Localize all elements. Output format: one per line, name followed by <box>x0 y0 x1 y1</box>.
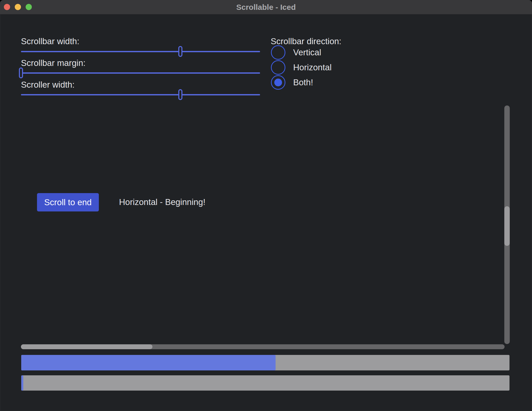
horizontal-progress-fill <box>21 375 23 391</box>
vertical-progress-fill <box>21 355 276 370</box>
radio-label: Both! <box>293 77 313 88</box>
app-window: Scrollable - Iced Scrollbar width: Scrol… <box>0 0 532 411</box>
vertical-progress-bar <box>21 355 509 370</box>
vertical-scrollbar[interactable] <box>504 105 510 344</box>
scrollbar-width-slider[interactable] <box>21 46 260 57</box>
radio-label: Horizontal <box>293 62 332 73</box>
horizontal-scroller[interactable] <box>21 344 152 349</box>
vertical-scroller[interactable] <box>504 206 510 246</box>
radio-option-vertical[interactable]: Vertical <box>271 45 321 60</box>
radio-option-both[interactable]: Both! <box>271 75 313 90</box>
scrollable-viewport[interactable]: Scroll to end Horizontal - Beginning! <box>0 105 532 349</box>
radio-circle-selected[interactable] <box>271 75 285 90</box>
radio-circle[interactable] <box>271 45 285 60</box>
radio-option-horizontal[interactable]: Horizontal <box>271 60 332 75</box>
window-content: Scrollbar width: Scrollbar margin: Scrol… <box>0 14 532 411</box>
slider-rail <box>21 72 260 74</box>
scrollbar-width-label: Scrollbar width: <box>21 36 79 47</box>
radio-label: Vertical <box>293 47 321 58</box>
slider-handle[interactable] <box>178 89 182 100</box>
window-title: Scrollable - Iced <box>0 0 532 14</box>
scroll-status-text: Horizontal - Beginning! <box>119 196 205 208</box>
radio-circle[interactable] <box>271 60 285 75</box>
slider-rail <box>21 94 260 95</box>
scroll-to-end-button[interactable]: Scroll to end <box>37 193 99 211</box>
scrollbar-margin-slider[interactable] <box>21 67 260 79</box>
slider-handle[interactable] <box>19 67 23 78</box>
radio-selected-dot <box>274 79 282 86</box>
slider-handle[interactable] <box>178 46 182 57</box>
titlebar[interactable]: Scrollable - Iced <box>0 0 532 14</box>
horizontal-scrollbar[interactable] <box>21 344 505 349</box>
scroller-width-slider[interactable] <box>21 89 260 100</box>
horizontal-progress-bar <box>21 375 509 391</box>
slider-rail <box>21 51 260 52</box>
